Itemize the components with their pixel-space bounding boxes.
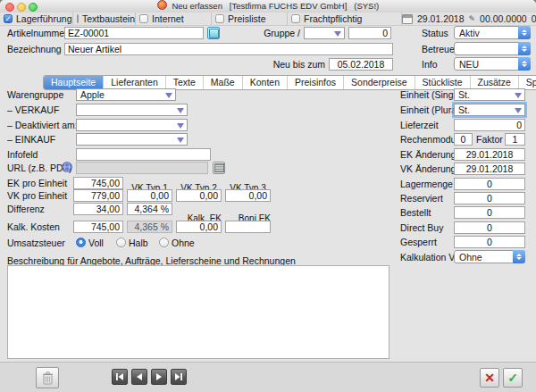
vk-aenderung-input[interactable] bbox=[454, 163, 525, 175]
stepper-icon bbox=[518, 42, 531, 55]
radio-ohne[interactable] bbox=[159, 238, 169, 247]
verkauf-label: – VERKAUF bbox=[7, 104, 59, 116]
checkbox-label: Preisliste bbox=[228, 13, 266, 24]
checkbox-frachtpflichtig[interactable]: Frachtpflichtig bbox=[288, 13, 402, 25]
tab-specs[interactable]: Specs bbox=[519, 76, 536, 89]
ek-aenderung-label: EK Änderung bbox=[400, 149, 456, 161]
confirm-button[interactable]: ✓ bbox=[503, 368, 523, 388]
toolbar-date-group: 29.01.2018 ✎ 00.00.0000 00:00 bbox=[402, 13, 536, 24]
differenz-percent-input[interactable] bbox=[127, 203, 172, 215]
artikelnummer-label: Artikelnummer bbox=[7, 28, 68, 39]
gesperrt-input[interactable] bbox=[454, 236, 525, 248]
checkbox-unchecked-icon[interactable] bbox=[77, 14, 79, 23]
kalk-kosten-input[interactable] bbox=[73, 221, 123, 233]
status-label: Status bbox=[422, 28, 448, 39]
einkauf-dropdown[interactable] bbox=[76, 133, 188, 146]
reserviert-input[interactable] bbox=[454, 192, 525, 204]
checkbox-label: Frachtpflichtig bbox=[304, 13, 362, 24]
direct-buy-input[interactable] bbox=[454, 221, 525, 234]
calendar-icon bbox=[402, 14, 413, 24]
deaktiviert-am-label: – Deaktiviert am: bbox=[7, 120, 78, 131]
delete-button[interactable] bbox=[36, 367, 59, 388]
bezeichnung-label: Bezeichnung bbox=[7, 44, 62, 55]
einkauf-label: – EINKAUF bbox=[7, 134, 55, 146]
einheit-plural-value: St. bbox=[458, 104, 470, 116]
checkbox-unchecked-icon[interactable] bbox=[291, 14, 300, 23]
lieferzeit-input[interactable] bbox=[454, 119, 525, 131]
cancel-button[interactable]: ✕ bbox=[480, 368, 499, 388]
tab-hauptseite[interactable]: Hauptseite bbox=[44, 76, 104, 89]
deaktiviert-am-dropdown[interactable] bbox=[76, 119, 188, 131]
vk-typ1-input[interactable] bbox=[127, 189, 172, 202]
einheit-sing-dropdown[interactable]: St. bbox=[454, 88, 525, 101]
boni-ek-input[interactable] bbox=[225, 221, 271, 233]
radio-ohne-label: Ohne bbox=[172, 238, 195, 249]
checkbox-preisliste[interactable]: Preisliste bbox=[212, 13, 288, 25]
dropdown-arrow-icon bbox=[165, 93, 172, 98]
options-toolbar: ✓ Lagerführung Textbaustein Internet Pre… bbox=[0, 13, 536, 26]
radio-voll[interactable] bbox=[76, 238, 86, 247]
globe-icon[interactable] bbox=[62, 162, 72, 172]
browse-file-button[interactable] bbox=[213, 162, 225, 174]
lagermenge-input[interactable] bbox=[454, 178, 525, 190]
faktor-input[interactable] bbox=[505, 133, 525, 146]
radio-halb[interactable] bbox=[116, 238, 126, 247]
einheit-plural-dropdown[interactable]: St. bbox=[454, 104, 525, 116]
tab-texte[interactable]: Texte bbox=[166, 76, 204, 89]
infofeld-input[interactable] bbox=[76, 148, 211, 161]
betreuer-popup[interactable] bbox=[454, 42, 531, 55]
checkbox-internet[interactable]: Internet bbox=[136, 13, 212, 25]
verkauf-dropdown[interactable] bbox=[76, 104, 188, 116]
kalkulation-vk-label: Kalkulation VK bbox=[400, 252, 461, 263]
beschreibung-textarea[interactable] bbox=[7, 265, 389, 359]
checkbox-lagerfuehrung[interactable]: ✓ Lagerführung bbox=[0, 13, 73, 25]
gruppe-dropdown[interactable] bbox=[304, 27, 345, 39]
url-input[interactable] bbox=[76, 162, 208, 174]
dropdown-arrow-icon bbox=[334, 31, 341, 37]
tab-lieferanten[interactable]: Lieferanten bbox=[104, 76, 166, 89]
window-title-app: Neu erfassen bbox=[172, 1, 222, 11]
tab-konten[interactable]: Konten bbox=[243, 76, 288, 89]
dropdown-arrow-icon bbox=[515, 93, 522, 98]
vk-typ3-input[interactable] bbox=[225, 189, 271, 202]
ek-pro-einheit-label: EK pro Einheit bbox=[7, 178, 67, 189]
window-title-company: [Testfirma FUCHS EDV GmbH] bbox=[230, 1, 347, 11]
gruppe-number-input[interactable] bbox=[348, 27, 391, 39]
next-record-button[interactable] bbox=[151, 369, 167, 385]
checkbox-unchecked-icon[interactable] bbox=[215, 14, 224, 23]
warengruppe-dropdown[interactable]: Apple bbox=[76, 88, 176, 101]
tab-sonderpreise[interactable]: Sonderpreise bbox=[344, 76, 415, 89]
vk-typ2-input[interactable] bbox=[176, 189, 222, 202]
info-popup[interactable]: NEU bbox=[454, 57, 531, 71]
checkbox-label: Lagerführung bbox=[16, 13, 71, 24]
kalk-ek-input[interactable] bbox=[176, 221, 222, 233]
first-record-button[interactable] bbox=[112, 369, 128, 385]
tab-masse[interactable]: Maße bbox=[204, 76, 243, 89]
status-popup[interactable]: Aktiv bbox=[454, 26, 531, 39]
neu-bis-zum-input[interactable] bbox=[329, 58, 393, 71]
checkbox-checked-icon[interactable]: ✓ bbox=[4, 14, 13, 23]
checkbox-unchecked-icon[interactable] bbox=[139, 14, 148, 23]
differenz-input[interactable] bbox=[73, 203, 123, 215]
rechenmodus-input[interactable] bbox=[454, 133, 473, 146]
ek-pro-einheit-input[interactable] bbox=[73, 177, 123, 189]
ek-aenderung-input[interactable] bbox=[454, 148, 525, 161]
umsatzsteuer-label: Umsatzsteuer bbox=[7, 238, 65, 249]
stepper-icon bbox=[513, 250, 525, 263]
rechenmodus-label: Rechenmodus bbox=[400, 134, 461, 146]
tab-zusaetze[interactable]: Zusätze bbox=[471, 76, 519, 89]
einheit-sing-value: St. bbox=[458, 89, 470, 101]
tab-preisinfos[interactable]: Preisinfos bbox=[288, 76, 344, 89]
checkbox-textbaustein[interactable]: Textbaustein bbox=[73, 13, 136, 25]
kalkulation-vk-popup[interactable]: Ohne bbox=[454, 250, 525, 263]
artikelnummer-input[interactable] bbox=[64, 27, 204, 39]
gruppe-label: Gruppe / bbox=[243, 28, 300, 39]
generate-number-button[interactable] bbox=[207, 27, 220, 39]
lagermenge-label: Lagermenge bbox=[400, 179, 453, 190]
tab-stueckliste[interactable]: Stückliste bbox=[415, 76, 471, 89]
last-record-button[interactable] bbox=[171, 369, 187, 385]
vk-pro-einheit-input[interactable] bbox=[73, 189, 123, 202]
bestellt-input[interactable] bbox=[454, 206, 525, 219]
bezeichnung-input[interactable] bbox=[64, 43, 393, 55]
previous-record-button[interactable] bbox=[131, 369, 147, 385]
